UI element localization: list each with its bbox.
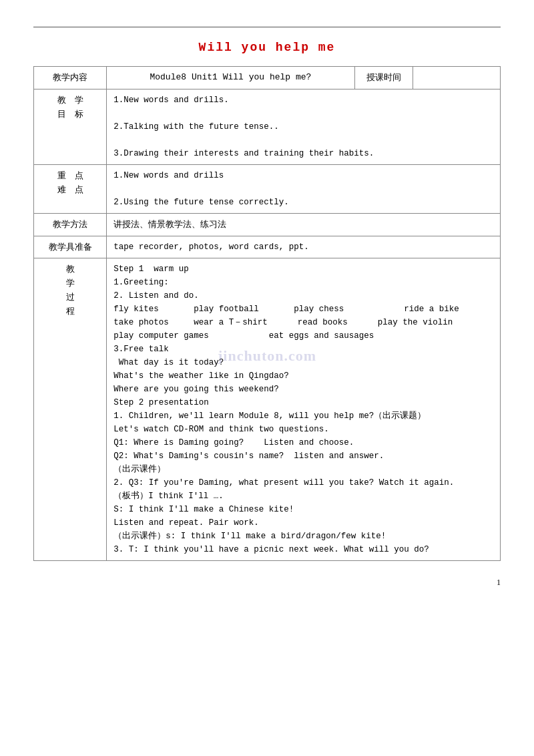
label-method: 教学方法 — [34, 213, 107, 236]
content-equipment: tape recorder, photos, word cards, ppt. — [107, 236, 501, 258]
label-equipment: 教学具准备 — [34, 236, 107, 258]
header-label-col2: 授课时间 — [354, 67, 413, 89]
content-method: 讲授法、情景教学法、练习法 — [107, 213, 501, 236]
header-row: 教学内容 Module8 Unit1 Will you help me? 授课时… — [34, 67, 501, 89]
label-process: 教学过程 — [34, 258, 107, 561]
content-objectives: 1.New words and drills. 2.Talking with t… — [107, 89, 501, 164]
content-key-points: 1.New words and drills 2.Using the futur… — [107, 164, 501, 213]
row-key-points: 重 点 难 点 1.New words and drills 2.Using t… — [34, 164, 501, 213]
row-process: 教学过程 Step 1 warm up 1.Greeting: 2. Liste… — [34, 258, 501, 561]
label-objectives: 教 学 目 标 — [34, 89, 107, 164]
row-equipment: 教学具准备 tape recorder, photos, word cards,… — [34, 236, 501, 258]
header-content-col1: Module8 Unit1 Will you help me? — [107, 67, 354, 89]
label-key-points: 重 点 难 点 — [34, 164, 107, 213]
page-number: 1 — [497, 578, 501, 588]
header-content-col2 — [413, 67, 500, 89]
row-objectives: 教 学 目 标 1.New words and drills. 2.Talkin… — [34, 89, 501, 164]
top-line — [33, 27, 501, 27]
page-title: Will you help me — [33, 41, 501, 54]
main-table: 教学内容 Module8 Unit1 Will you help me? 授课时… — [33, 66, 501, 561]
row-method: 教学方法 讲授法、情景教学法、练习法 — [34, 213, 501, 236]
header-label-col1: 教学内容 — [34, 67, 107, 89]
content-process: Step 1 warm up 1.Greeting: 2. Listen and… — [107, 258, 501, 561]
page-container: Will you help me jinchuton.com 教学内容 Modu… — [0, 0, 534, 601]
